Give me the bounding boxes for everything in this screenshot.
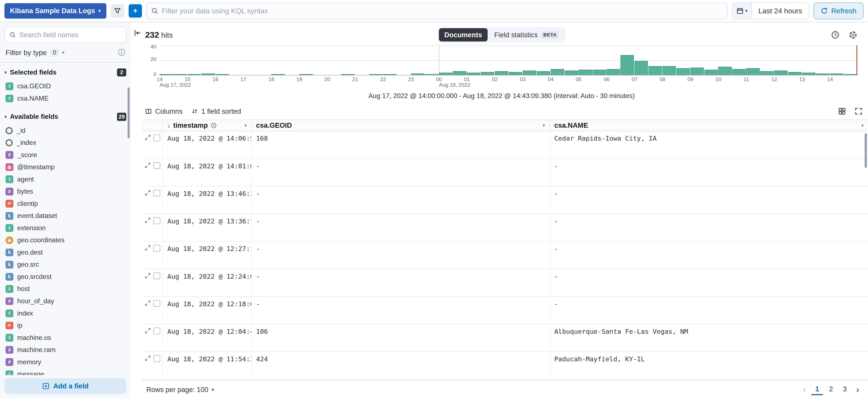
cell-timestamp[interactable]: Aug 18, 2022 @ 13:46:36.315 <box>163 187 252 213</box>
histogram-bar[interactable] <box>202 73 215 75</box>
cell-csa-name[interactable]: - <box>550 187 868 213</box>
histogram-bar[interactable] <box>481 72 494 75</box>
field-list-item[interactable]: message <box>4 368 126 375</box>
collapse-sidebar-button[interactable] <box>133 29 143 38</box>
column-menu-icon[interactable]: ▾ <box>543 123 545 128</box>
histogram-bar[interactable] <box>774 70 787 75</box>
time-range-button[interactable]: Last 24 hours <box>752 3 809 19</box>
cell-csa-geoid[interactable]: 424 <box>252 352 550 379</box>
cell-csa-name[interactable]: - <box>550 242 868 269</box>
field-list-item[interactable]: _score <box>4 149 126 161</box>
field-list-item[interactable]: memory <box>4 356 126 368</box>
expand-row-icon[interactable] <box>145 134 151 141</box>
cell-timestamp[interactable]: Aug 18, 2022 @ 11:54:36.220 <box>163 352 252 379</box>
histogram-bar[interactable] <box>788 72 802 75</box>
histogram-bar[interactable] <box>551 69 564 75</box>
row-checkbox[interactable] <box>153 300 160 307</box>
histogram-bar[interactable] <box>634 61 648 75</box>
previous-page-button[interactable]: ‹ <box>800 385 809 395</box>
cell-timestamp[interactable]: Aug 18, 2022 @ 14:01:05.297 <box>163 159 252 186</box>
histogram-bar[interactable] <box>174 74 187 75</box>
expand-row-icon[interactable] <box>145 245 151 251</box>
cell-timestamp[interactable]: Aug 18, 2022 @ 11:38:27.836 <box>163 379 252 380</box>
available-fields-accordion[interactable]: ▾ Available fields 29 <box>4 109 126 125</box>
histogram-bar[interactable] <box>341 74 354 75</box>
column-header-timestamp[interactable]: ↓ timestamp ▾ <box>163 120 252 131</box>
histogram-bar[interactable] <box>467 73 480 75</box>
histogram-bar[interactable] <box>565 70 578 75</box>
cell-csa-geoid[interactable]: - <box>252 297 550 324</box>
field-list-item[interactable]: geo.coordinates <box>4 234 126 246</box>
date-picker-calendar-button[interactable]: ▾ <box>733 3 752 19</box>
cell-timestamp[interactable]: Aug 18, 2022 @ 12:18:06.737 <box>163 297 252 324</box>
histogram-bar[interactable] <box>579 70 592 75</box>
histogram-bar[interactable] <box>592 70 606 75</box>
cell-csa-name[interactable]: Albuquerque-Santa Fe-Las Vegas, NM <box>550 325 868 352</box>
clock-icon[interactable] <box>830 30 840 40</box>
histogram-bar[interactable] <box>802 73 815 75</box>
field-list-item[interactable]: geo.src <box>4 259 126 271</box>
next-page-button[interactable]: › <box>853 385 862 395</box>
selected-fields-accordion[interactable]: ▾ Selected fields 2 <box>4 65 126 80</box>
cell-csa-geoid[interactable]: - <box>252 214 550 241</box>
field-list-item[interactable]: machine.ram <box>4 344 126 356</box>
field-list-item[interactable]: geo.srcdest <box>4 271 126 283</box>
row-checkbox[interactable] <box>153 272 160 279</box>
refresh-button[interactable]: Refresh <box>813 3 864 19</box>
histogram-bar[interactable] <box>690 68 704 75</box>
histogram-bar[interactable] <box>620 55 634 75</box>
column-header-csa-geoid[interactable]: csa.GEOID ▾ <box>252 120 550 131</box>
histogram-bar[interactable] <box>537 71 550 75</box>
cell-csa-geoid[interactable]: - <box>252 159 550 186</box>
expand-row-icon[interactable] <box>145 355 151 361</box>
histogram-bar[interactable] <box>760 71 774 75</box>
histogram-bar[interactable] <box>816 73 830 75</box>
histogram-bar[interactable] <box>369 74 382 75</box>
row-checkbox[interactable] <box>153 328 160 334</box>
field-list-item[interactable]: csa.NAME <box>4 92 126 105</box>
cell-timestamp[interactable]: Aug 18, 2022 @ 12:24:06.875 <box>163 269 252 296</box>
histogram-bar[interactable] <box>271 74 285 75</box>
histogram-bar[interactable] <box>746 68 760 75</box>
field-search-input[interactable] <box>19 31 122 39</box>
histogram-bar[interactable] <box>453 71 466 75</box>
filter-by-type-button[interactable]: Filter by type 0 ▾ <box>5 48 64 57</box>
histogram-bar[interactable] <box>607 69 620 75</box>
row-checkbox[interactable] <box>153 355 160 362</box>
histogram-bar[interactable] <box>523 70 536 75</box>
sidebar-scrollbar[interactable] <box>128 88 130 138</box>
row-checkbox[interactable] <box>153 217 160 224</box>
field-sorted-button[interactable]: 1 field sorted <box>191 107 241 115</box>
histogram-bar[interactable] <box>704 70 718 75</box>
histogram-bar[interactable] <box>509 72 522 75</box>
info-icon[interactable]: ⓘ <box>118 48 125 57</box>
kql-query-input[interactable] <box>162 7 723 15</box>
cell-csa-geoid[interactable]: - <box>252 269 550 296</box>
fullscreen-icon[interactable] <box>855 107 863 115</box>
expand-row-icon[interactable] <box>145 162 151 168</box>
cell-csa-name[interactable]: - <box>550 269 868 296</box>
histogram-bar[interactable] <box>676 68 690 75</box>
histogram-bar[interactable] <box>425 74 438 75</box>
histogram-bar[interactable] <box>411 73 425 75</box>
column-menu-icon[interactable]: ▾ <box>861 123 864 128</box>
expand-row-icon[interactable] <box>145 190 151 196</box>
saved-query-menu-button[interactable] <box>111 4 124 18</box>
field-list-item[interactable]: ip <box>4 320 126 332</box>
column-header-csa-name[interactable]: csa.NAME ▾ <box>550 120 868 131</box>
expand-row-icon[interactable] <box>145 217 151 224</box>
histogram-bar[interactable] <box>495 71 508 75</box>
cell-csa-name[interactable]: Tulsa-Muskogee-Bartlesville, OK <box>550 379 868 380</box>
cell-csa-name[interactable]: - <box>550 297 868 324</box>
field-list-item[interactable]: hour_of_day <box>4 295 126 307</box>
histogram-bar[interactable] <box>648 66 662 75</box>
row-checkbox[interactable] <box>153 134 160 141</box>
cell-timestamp[interactable]: Aug 18, 2022 @ 14:06:51.816 <box>163 131 252 158</box>
cell-csa-geoid[interactable]: - <box>252 187 550 213</box>
field-list-item[interactable]: index <box>4 307 126 320</box>
field-list-item[interactable]: _id <box>4 125 126 137</box>
histogram-bar[interactable] <box>160 74 173 75</box>
cell-timestamp[interactable]: Aug 18, 2022 @ 12:04:41.998 <box>163 325 252 352</box>
histogram-bar[interactable] <box>662 66 676 75</box>
display-options-icon[interactable] <box>838 107 846 115</box>
